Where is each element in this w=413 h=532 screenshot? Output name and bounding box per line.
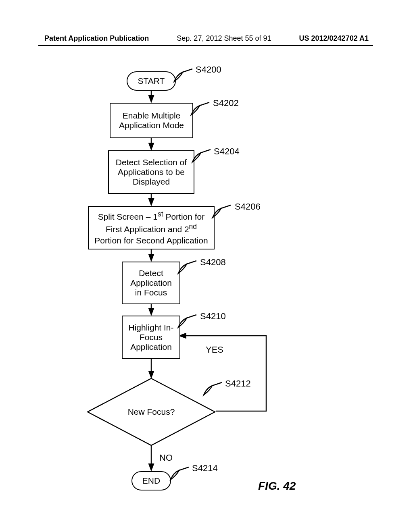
svg-line-8: [200, 102, 209, 106]
svg-line-9: [201, 150, 211, 153]
s4206-line3: Portion for Second Application: [94, 235, 208, 246]
flow-connectors: [0, 62, 413, 526]
terminal-start: START: [127, 71, 176, 91]
header-publication: Patent Application Publication: [44, 34, 149, 43]
terminal-end: END: [131, 471, 171, 490]
svg-line-7: [183, 69, 192, 72]
step-label-s4208: S4208: [200, 257, 226, 268]
step-label-s4200: S4200: [196, 64, 221, 75]
figure-label: FIG. 42: [258, 480, 296, 493]
start-text: START: [138, 76, 165, 86]
s4206-line2: First Application and 2nd: [106, 222, 197, 235]
svg-line-11: [187, 261, 196, 264]
s4206-line1: Split Screen – 1st Portion for: [98, 210, 205, 222]
s4204-text: Detect Selection of Applications to be D…: [113, 158, 190, 187]
process-highlight-focus: Highlight In-Focus Application: [122, 316, 180, 359]
end-text: END: [142, 476, 160, 486]
s4210-text: Highlight In-Focus Application: [127, 323, 175, 352]
header-pub-number: US 2012/0242702 A1: [299, 34, 369, 43]
header-divider: [38, 45, 373, 46]
header-sheet-info: Sep. 27, 2012 Sheet 55 of 91: [177, 34, 271, 43]
process-detect-selection: Detect Selection of Applications to be D…: [108, 150, 194, 194]
process-enable-multiple-app-mode: Enable Multiple Application Mode: [110, 103, 193, 138]
step-label-s4214: S4214: [192, 463, 218, 474]
step-label-s4202: S4202: [213, 98, 239, 108]
page-header: Patent Application Publication Sep. 27, …: [0, 34, 413, 43]
step-label-s4206: S4206: [235, 202, 261, 212]
callout-icon: [169, 466, 191, 482]
s4202-text: Enable Multiple Application Mode: [116, 111, 187, 130]
step-label-s4212: S4212: [225, 378, 251, 389]
step-label-s4210: S4210: [200, 311, 226, 322]
svg-line-12: [187, 315, 196, 318]
branch-yes: YES: [206, 345, 223, 355]
svg-line-10: [221, 205, 231, 208]
s4208-text: Detect Application in Focus: [127, 268, 175, 297]
decision-new-focus: New Focus?: [87, 378, 216, 446]
branch-no: NO: [159, 453, 173, 463]
svg-line-15: [179, 467, 189, 470]
step-label-s4204: S4204: [214, 146, 240, 157]
process-detect-focus: Detect Application in Focus: [122, 262, 180, 304]
process-split-screen: Split Screen – 1st Portion for First App…: [88, 206, 215, 249]
s4212-text: New Focus?: [87, 407, 216, 417]
